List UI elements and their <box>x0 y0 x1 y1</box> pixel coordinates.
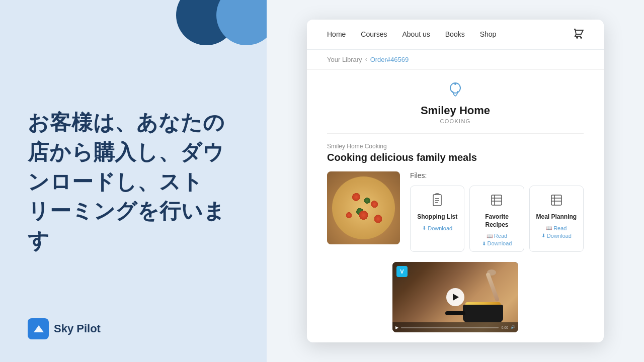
file-icon-shopping <box>430 193 444 207</box>
breadcrumb-library[interactable]: Your Library <box>327 56 362 63</box>
play-icon <box>453 294 459 301</box>
product-body: Files: Shop <box>327 171 584 252</box>
file-card-meal-planning: Meal Planning 📖 Read ⬇ Download <box>529 186 584 252</box>
play-button[interactable] <box>446 288 464 306</box>
skypilot-logo-icon <box>32 322 45 335</box>
progress-bar[interactable] <box>401 327 499 328</box>
decorative-circles <box>176 0 267 45</box>
download-icon-shopping: ⬇ <box>422 225 426 231</box>
navbar: Home Courses About us Books Shop <box>307 20 604 50</box>
file-icon-recipes <box>490 193 504 207</box>
pan-visual <box>463 297 503 322</box>
read-label-meal: Read <box>553 225 567 231</box>
skypilot-name: Sky Pilot <box>54 322 101 335</box>
file-icon-meal <box>549 193 564 207</box>
nav-books[interactable]: Books <box>445 30 465 38</box>
download-label-recipes: Download <box>488 240 512 246</box>
file-card-shopping-list: Shopping List ⬇ Download <box>410 186 464 252</box>
ctrl-play-icon[interactable]: ▶ <box>395 325 398 330</box>
brand-header: Smiley Home COOKING <box>327 70 584 134</box>
browser-window: Home Courses About us Books Shop Your Li… <box>307 20 604 342</box>
cart-icon[interactable] <box>573 28 584 41</box>
file-download-meal[interactable]: ⬇ Download <box>535 233 578 239</box>
nav-courses[interactable]: Courses <box>361 30 387 38</box>
file-read-recipes[interactable]: 📖 Read <box>475 233 518 239</box>
breadcrumb-chevron: ‹ <box>365 56 367 63</box>
file-name-shopping: Shopping List <box>416 213 459 221</box>
ctrl-time: 0:00 <box>501 326 508 329</box>
nav-about[interactable]: About us <box>403 30 430 38</box>
product-source: Smiley Home Cooking <box>327 143 584 150</box>
svg-rect-8 <box>492 195 502 205</box>
brand-icon <box>446 80 465 99</box>
read-icon-meal: 📖 <box>546 225 552 231</box>
files-label: Files: <box>410 171 584 179</box>
nav-links: Home Courses About us Books Shop <box>327 30 496 38</box>
video-controls: ▶ 0:00 🔊 <box>392 322 518 332</box>
product-image <box>327 171 400 244</box>
download-label-shopping: Download <box>428 225 452 231</box>
file-card-favorite-recipes: Favorite Recipes 📖 Read ⬇ Download <box>469 186 524 252</box>
video-section: V ▶ 0:00 🔊 <box>327 258 584 332</box>
read-icon-recipes: 📖 <box>487 233 493 239</box>
nav-shop[interactable]: Shop <box>480 30 497 38</box>
content-area: Smiley Home COOKING Smiley Home Cooking … <box>307 70 604 342</box>
ctrl-volume[interactable]: 🔊 <box>511 325 515 329</box>
brand-subtitle: COOKING <box>327 118 584 124</box>
right-panel: Home Courses About us Books Shop Your Li… <box>267 0 644 362</box>
files-grid: Shopping List ⬇ Download <box>410 186 584 252</box>
file-read-meal[interactable]: 📖 Read <box>535 225 578 231</box>
svg-point-3 <box>454 83 456 85</box>
japanese-text: お客様は、あなたの 店から購入し、ダウ ンロードし、スト リーミングを行いま す <box>28 108 225 256</box>
brand-name: Smiley Home <box>327 104 584 117</box>
svg-rect-4 <box>433 195 441 206</box>
left-panel: お客様は、あなたの 店から購入し、ダウ ンロードし、スト リーミングを行いま す… <box>0 0 267 362</box>
video-thumbnail[interactable]: V ▶ 0:00 🔊 <box>392 262 518 332</box>
vimeo-badge: V <box>396 266 408 277</box>
breadcrumb: Your Library ‹ Order#46569 <box>307 50 604 70</box>
svg-rect-12 <box>551 195 561 205</box>
product-section: Smiley Home Cooking Cooking delicious fa… <box>327 134 584 258</box>
nav-home[interactable]: Home <box>327 30 346 38</box>
skypilot-icon <box>28 318 49 339</box>
download-icon-recipes: ⬇ <box>482 241 486 246</box>
read-label-recipes: Read <box>494 233 507 239</box>
file-name-meal: Meal Planning <box>535 213 578 221</box>
download-label-meal: Download <box>547 233 572 239</box>
breadcrumb-order[interactable]: Order#46569 <box>370 56 409 63</box>
product-title: Cooking delicious family meals <box>327 152 584 163</box>
files-section: Files: Shop <box>410 171 584 252</box>
skypilot-logo: Sky Pilot <box>28 318 101 339</box>
file-download-recipes[interactable]: ⬇ Download <box>475 240 518 246</box>
file-name-recipes: Favorite Recipes <box>475 213 518 229</box>
file-download-shopping[interactable]: ⬇ Download <box>416 225 459 231</box>
download-icon-meal: ⬇ <box>541 233 545 238</box>
